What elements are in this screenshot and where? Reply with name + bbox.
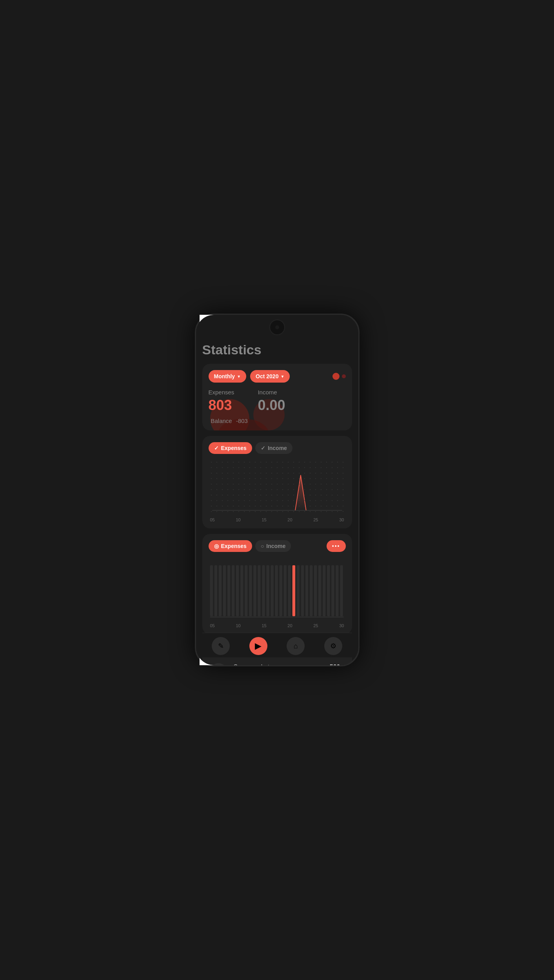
category-item-supermarket: 🛒 Supermarket 500 62.27%	[209, 663, 346, 665]
bar-chart-x-labels: 05 10 15 20 25 30	[209, 623, 346, 628]
period-label: Monthly	[214, 373, 235, 379]
category-name: Supermarket	[234, 664, 270, 665]
phone-frame: Statistics Monthly ▼ Oct 2020 ▼	[195, 314, 360, 666]
svg-rect-14	[262, 565, 265, 616]
line-income-tab[interactable]: ✓ Income	[255, 442, 292, 454]
svg-rect-28	[323, 565, 325, 616]
x-label-20: 20	[287, 517, 292, 522]
svg-rect-9	[240, 565, 243, 616]
svg-rect-10	[245, 565, 247, 616]
svg-rect-30	[331, 565, 334, 616]
income-value: 0.00	[258, 397, 285, 414]
line-chart-container: 05 10 15 20 25 30	[209, 459, 346, 522]
home-icon[interactable]: ⌂	[287, 637, 305, 655]
line-expenses-label: Expenses	[221, 445, 247, 451]
income-label: Income	[258, 389, 285, 396]
bar-expenses-tab[interactable]: ◎ Expenses	[209, 540, 252, 552]
date-label: Oct 2020	[256, 373, 278, 379]
svg-rect-13	[258, 565, 260, 616]
bar-expenses-label: Expenses	[221, 543, 247, 549]
phone-notch	[269, 319, 285, 335]
svg-rect-16	[271, 565, 273, 616]
bar-chart-tabs: ◎ Expenses ○ Income •••	[209, 540, 346, 552]
bar-income-label: Income	[266, 543, 285, 549]
category-details: Supermarket 500 62.27%	[234, 664, 346, 665]
svg-rect-21	[292, 565, 295, 616]
bottom-navigation: ✎ ▶ ⌂ ⚙	[202, 633, 352, 657]
svg-rect-11	[249, 565, 252, 616]
svg-rect-2	[210, 565, 213, 616]
line-income-label: Income	[268, 445, 287, 451]
svg-rect-7	[231, 565, 234, 616]
bar-x-label-05: 05	[210, 623, 215, 628]
bar-x-label-30: 30	[339, 623, 344, 628]
svg-rect-27	[318, 565, 321, 616]
line-chart-x-labels: 05 10 15 20 25 30	[209, 517, 346, 522]
svg-rect-32	[340, 565, 343, 616]
x-label-10: 10	[236, 517, 240, 522]
svg-rect-31	[336, 565, 338, 616]
summary-card: Monthly ▼ Oct 2020 ▼ Expenses 803	[202, 364, 352, 430]
more-button[interactable]: •••	[327, 540, 346, 552]
chart-type-indicators	[332, 373, 346, 380]
expenses-stat: Expenses 803	[209, 389, 234, 414]
svg-rect-12	[253, 565, 256, 616]
bar-x-label-10: 10	[236, 623, 240, 628]
svg-rect-23	[301, 565, 303, 616]
bar-income-tab[interactable]: ○ Income	[255, 540, 291, 552]
bar-expenses-icon: ◎	[214, 543, 219, 549]
x-label-25: 25	[313, 517, 318, 522]
expenses-tab-icon: ✓	[214, 445, 219, 451]
expenses-value: 803	[209, 397, 234, 414]
chevron-down-icon: ▼	[237, 374, 241, 379]
dot-grid-background	[209, 459, 346, 514]
svg-rect-22	[296, 565, 299, 616]
svg-rect-18	[279, 565, 282, 616]
line-expenses-tab[interactable]: ✓ Expenses	[209, 442, 252, 454]
dot-active-indicator[interactable]	[332, 373, 340, 380]
bar-chart-container: 05 10 15 20 25 30	[209, 557, 346, 628]
line-chart-card: ✓ Expenses ✓ Income	[202, 436, 352, 528]
line-chart-tabs: ✓ Expenses ✓ Income	[209, 442, 346, 454]
bar-chart-svg	[209, 557, 346, 620]
expenses-label: Expenses	[209, 389, 234, 396]
x-label-05: 05	[210, 517, 215, 522]
nav-item-edit[interactable]: ✎	[212, 637, 230, 655]
svg-rect-19	[283, 565, 286, 616]
svg-rect-4	[218, 565, 221, 616]
svg-rect-3	[214, 565, 217, 616]
dot-inactive-indicator[interactable]	[342, 374, 346, 378]
nav-item-settings[interactable]: ⚙	[324, 637, 342, 655]
svg-rect-6	[227, 565, 230, 616]
svg-rect-5	[223, 565, 225, 616]
date-selector[interactable]: Oct 2020 ▼	[250, 370, 290, 383]
bar-x-label-20: 20	[287, 623, 292, 628]
svg-rect-8	[236, 565, 239, 616]
svg-rect-25	[309, 565, 312, 616]
balance-row: Balance -803	[209, 417, 346, 424]
side-button-power	[358, 401, 360, 436]
nav-item-home[interactable]: ⌂	[287, 637, 305, 655]
page-title: Statistics	[202, 338, 352, 358]
screen: Statistics Monthly ▼ Oct 2020 ▼	[196, 315, 358, 665]
income-stat: Income 0.00	[258, 389, 285, 414]
chevron-down-icon-2: ▼	[280, 374, 284, 379]
bar-chart-card: ◎ Expenses ○ Income •••	[202, 534, 352, 634]
svg-rect-24	[305, 565, 308, 616]
svg-rect-17	[275, 565, 278, 616]
bar-x-label-15: 15	[262, 623, 266, 628]
svg-rect-29	[327, 565, 330, 616]
x-label-30: 30	[339, 517, 344, 522]
income-tab-icon: ✓	[261, 445, 265, 451]
nav-item-play[interactable]: ▶	[249, 637, 267, 655]
period-selector[interactable]: Monthly ▼	[209, 370, 247, 383]
summary-stats: Expenses 803 Income 0.00	[209, 389, 346, 414]
edit-icon[interactable]: ✎	[212, 637, 230, 655]
balance-label: Balance	[211, 417, 232, 424]
settings-icon[interactable]: ⚙	[324, 637, 342, 655]
category-name-row: Supermarket 500 62.27%	[234, 664, 346, 665]
play-icon[interactable]: ▶	[249, 637, 267, 655]
svg-rect-26	[314, 565, 316, 616]
svg-rect-20	[288, 565, 291, 616]
bar-income-icon: ○	[261, 543, 264, 549]
